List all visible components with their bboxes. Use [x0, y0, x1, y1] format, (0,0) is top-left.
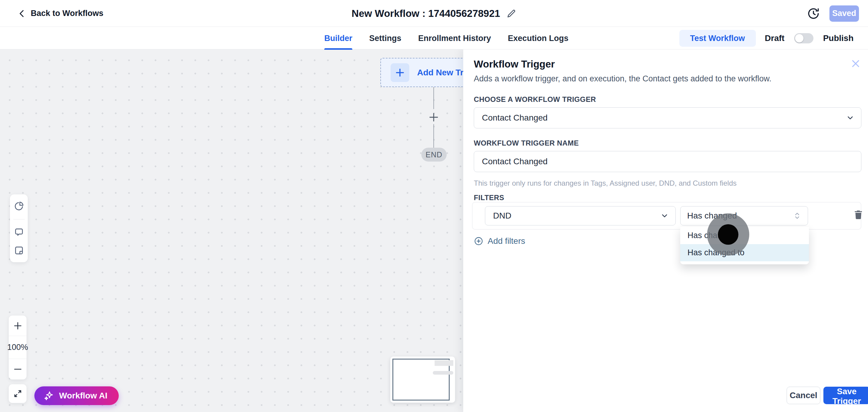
save-trigger-button[interactable]: Save Trigger [824, 387, 868, 404]
trigger-helper-text: This trigger only runs for changes in Ta… [474, 179, 737, 187]
fit-view-icon[interactable] [9, 384, 27, 403]
option-has-changed-to[interactable]: Has changed to [680, 244, 809, 261]
plus-circle-icon [474, 236, 484, 246]
publish-label: Publish [823, 33, 854, 43]
pie-chart-icon[interactable] [14, 201, 24, 211]
trigger-type-select[interactable]: Contact Changed [474, 107, 861, 128]
zoom-controls: 100% [9, 316, 27, 379]
top-bar: Back to Workflows New Workflow : 1744056… [0, 0, 868, 27]
minimap-node [435, 360, 453, 366]
add-filters-label: Add filters [488, 236, 525, 246]
trigger-name-label: WORKFLOW TRIGGER NAME [474, 139, 579, 147]
workflow-trigger-panel: Workflow Trigger Adds a workflow trigger… [463, 50, 868, 412]
cancel-button[interactable]: Cancel [786, 387, 820, 404]
connector-line-bottom [433, 124, 434, 148]
sparkles-icon [43, 390, 54, 401]
panel-description: Adds a workflow trigger, and on executio… [474, 74, 772, 84]
add-trigger-label: Add New Trigger [417, 68, 463, 77]
minimap[interactable] [390, 356, 455, 403]
edit-pencil-icon[interactable] [506, 8, 516, 19]
chat-bubble-icon[interactable] [14, 227, 24, 237]
connector-line-top [433, 87, 434, 109]
filter-operator-value: Has changed [687, 211, 737, 221]
tab-settings[interactable]: Settings [369, 27, 401, 50]
publish-toggle[interactable] [794, 33, 813, 43]
end-node: END [421, 148, 447, 162]
trigger-name-input[interactable] [474, 151, 861, 172]
saved-button[interactable]: Saved [830, 5, 859, 22]
filter-field-select[interactable]: DND [485, 206, 676, 225]
test-workflow-button[interactable]: Test Workflow [679, 30, 756, 47]
filters-label: FILTERS [474, 193, 504, 202]
back-label: Back to Workflows [31, 9, 103, 18]
double-caret-icon [793, 212, 801, 220]
zoom-out-button[interactable] [9, 359, 27, 379]
tab-bar: Builder Settings Enrollment History Exec… [0, 27, 868, 50]
workflow-ai-button[interactable]: Workflow AI [34, 386, 119, 405]
draft-label: Draft [765, 33, 784, 43]
page-title: New Workflow : 1744056278921 [352, 8, 500, 19]
plus-icon [391, 63, 409, 82]
zoom-in-button[interactable] [9, 316, 27, 336]
toolbar-divider [13, 219, 25, 219]
zoom-level: 100% [9, 336, 27, 359]
chevron-down-icon [660, 212, 669, 220]
add-step-button[interactable] [426, 110, 441, 125]
chevron-left-icon [18, 9, 27, 18]
minimap-node [433, 371, 453, 375]
add-new-trigger-node[interactable]: Add New Trigger [380, 58, 463, 87]
tab-builder[interactable]: Builder [324, 27, 352, 50]
panel-title: Workflow Trigger [474, 59, 555, 70]
filter-field-value: DND [493, 211, 512, 221]
tabs: Builder Settings Enrollment History Exec… [324, 27, 568, 50]
back-to-workflows-button[interactable]: Back to Workflows [18, 0, 103, 27]
trigger-type-value: Contact Changed [482, 113, 548, 123]
tab-execution-logs[interactable]: Execution Logs [508, 27, 568, 50]
sticky-note-icon[interactable] [14, 245, 24, 256]
history-clock-icon[interactable] [807, 7, 820, 20]
operator-dropdown-menu: Has changed Has changed to [680, 227, 809, 264]
toggle-knob [795, 34, 804, 42]
filter-operator-select[interactable]: Has changed [680, 206, 808, 225]
workflow-ai-label: Workflow AI [59, 391, 107, 401]
add-filters-link[interactable]: Add filters [474, 236, 525, 246]
chevron-down-icon [846, 114, 855, 122]
close-icon[interactable] [850, 59, 861, 69]
canvas-toolbar [10, 194, 28, 262]
tab-enrollment-history[interactable]: Enrollment History [418, 27, 491, 50]
trash-icon[interactable] [853, 209, 864, 220]
option-has-changed[interactable]: Has changed [680, 227, 809, 244]
choose-trigger-label: CHOOSE A WORKFLOW TRIGGER [474, 95, 596, 104]
workflow-canvas[interactable]: Add New Trigger END 100 [0, 50, 463, 412]
